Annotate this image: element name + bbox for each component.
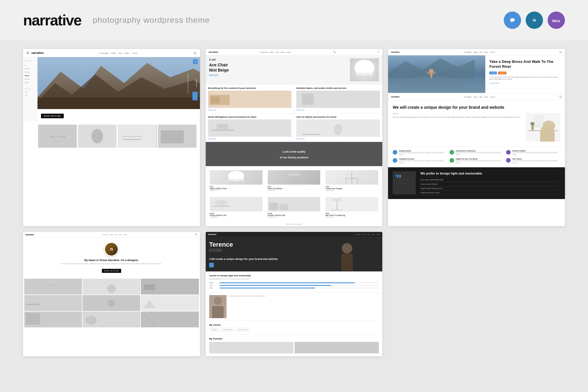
card-woocommerce-shop: narrative Homepages Gallery Blog Pages C… bbox=[206, 49, 383, 226]
c5-homepages[interactable]: Homepages bbox=[355, 234, 361, 235]
card3-feature-audition: Perfect Audition Lorem ipsum dolor sit a… bbox=[506, 150, 560, 156]
nav-pages[interactable]: Pages bbox=[124, 52, 129, 54]
c3l-search-icon[interactable]: 🔍 bbox=[559, 95, 562, 98]
svg-line-45 bbox=[290, 177, 291, 183]
c2-nav-blog[interactable]: Blog bbox=[276, 51, 279, 53]
c3l-nav-contact[interactable]: Contact bbox=[490, 96, 495, 98]
c4-contact[interactable]: Contact bbox=[123, 234, 127, 235]
card1-nav-links: Homepages Gallery Blog Pages Contact bbox=[99, 52, 138, 54]
c5-gallery[interactable]: Gallery bbox=[363, 234, 366, 235]
c3l-nav-blog[interactable]: Blog bbox=[480, 96, 482, 98]
sidebar-fashion[interactable]: Fashion bbox=[25, 71, 35, 73]
c5-blog[interactable]: Blog bbox=[368, 234, 370, 235]
card-photography-portfolio: ☰ narrative Homepages Gallery Blog Pages… bbox=[23, 49, 200, 226]
card3-see-full-project[interactable]: See full project → bbox=[489, 82, 561, 84]
c2-close-icon[interactable]: ✕ bbox=[377, 51, 379, 53]
c4-search-icon[interactable]: 🔍 bbox=[195, 233, 198, 236]
nav-blog[interactable]: Blog bbox=[119, 52, 122, 54]
card4-gallery-2 bbox=[83, 279, 140, 295]
card2-add-to-cart[interactable]: Add To Cart bbox=[209, 74, 347, 76]
c3l-nav-gallery[interactable]: Gallery bbox=[473, 96, 478, 98]
svg-point-65 bbox=[429, 69, 434, 74]
skill-code-track bbox=[220, 285, 379, 286]
svg-rect-108 bbox=[295, 342, 379, 353]
c2-nav-homepages[interactable]: Homepages bbox=[260, 51, 268, 53]
card2-product-hanger: $ 39 Cloakroom Hanger 1 Add to cart bbox=[324, 168, 380, 193]
c3-nav-contact[interactable]: Contact bbox=[490, 51, 495, 53]
card5-nav-links: Homepages Gallery Blog Pages Contact bbox=[355, 234, 380, 235]
list-item-create-website[interactable]: How to create Website bbox=[420, 182, 560, 186]
sidebar-nature[interactable]: Nature bbox=[25, 75, 35, 76]
svg-point-98 bbox=[85, 316, 97, 325]
c2-search-icon[interactable]: 🔍 bbox=[333, 51, 336, 53]
card2-products-row: $ 79 Stylish White Chair 1 Add to cart $… bbox=[206, 166, 383, 195]
skill-photo-fill bbox=[220, 288, 315, 288]
c4-pages[interactable]: Pages bbox=[118, 234, 121, 235]
svg-rect-37 bbox=[209, 145, 379, 163]
card3-hero-text: Take a Deep Bress And Walk To The Forest… bbox=[485, 55, 565, 93]
bedroom-link[interactable]: Explore Now bbox=[208, 109, 292, 111]
skill-design-label: Design bbox=[209, 282, 218, 284]
sidebar-street[interactable]: Street bbox=[25, 82, 35, 83]
c3l-nav-homepages[interactable]: Homepages bbox=[464, 96, 471, 98]
portfolio-item-2 bbox=[295, 342, 379, 353]
c3-nav-pages[interactable]: Pages bbox=[484, 51, 488, 53]
svg-text:Woo: Woo bbox=[552, 19, 560, 23]
stylish-link[interactable]: Explore Now bbox=[296, 138, 380, 140]
card3-tag-outdoor: Outdoor bbox=[498, 72, 506, 74]
card3-feature-flights: Flights All Over The World Lorem ipsum d… bbox=[450, 158, 504, 164]
card3-dark-content: We prefer to design light and memorable … bbox=[420, 171, 560, 195]
card3-quote-image: " W E L C O M E TO THE C I T Y bbox=[393, 171, 416, 194]
card3-hire-us-link[interactable]: Hire Us bbox=[393, 113, 523, 115]
card2-bar-stool: $ 89 Bar Stool For Balcony 1 Add to cart bbox=[324, 195, 380, 220]
card1-add-button[interactable]: + bbox=[193, 59, 198, 64]
card3-description: Lorem ipsum dolor sit amet consectetur a… bbox=[489, 76, 561, 80]
c4-homepages[interactable]: Homepages bbox=[102, 234, 108, 235]
card5-section-title: I prefer to design light and memorable bbox=[209, 274, 379, 277]
bedside-link[interactable]: Explore Now bbox=[296, 109, 380, 111]
list-item-digital-studio[interactable]: Digital Studio Working Hand bbox=[420, 186, 560, 191]
svg-rect-43 bbox=[228, 179, 244, 181]
c3l-nav-pages[interactable]: Pages bbox=[484, 96, 488, 98]
c2-nav-gallery[interactable]: Gallery bbox=[269, 51, 274, 53]
c4-gallery[interactable]: Gallery bbox=[109, 234, 113, 235]
c3-nav-blog[interactable]: Blog bbox=[480, 51, 482, 53]
sidebar-portrait[interactable]: Portrait bbox=[25, 68, 35, 70]
chair-meta: 1 Add to cart bbox=[210, 190, 263, 191]
svg-rect-56 bbox=[269, 203, 278, 210]
vision-icon bbox=[506, 158, 511, 163]
stool-name: Stool for Kitchen bbox=[268, 187, 321, 190]
c5-contact[interactable]: Contact bbox=[376, 234, 380, 235]
card2-hero: $ 129 Ace ChairNist Beige Add To Cart bbox=[206, 55, 383, 85]
flights-icon bbox=[450, 158, 454, 163]
card4-logo: narrative bbox=[25, 234, 34, 236]
c3-search-icon[interactable]: 🔍 bbox=[559, 51, 562, 53]
c2-nav-pages[interactable]: Pages bbox=[280, 51, 284, 53]
card2-factory-section: Look at the quality of our factory produ… bbox=[206, 142, 383, 166]
card5-design-button[interactable] bbox=[209, 263, 214, 267]
card4-cta-button[interactable]: WORK WITH ME bbox=[102, 269, 121, 273]
nav-gallery[interactable]: Gallery bbox=[111, 52, 116, 54]
card2-nav-links: Homepages Gallery Blog Pages Contact bbox=[260, 51, 291, 53]
nav-contact[interactable]: Contact bbox=[132, 52, 138, 54]
list-item-design-trends[interactable]: Following Design Trends bbox=[420, 191, 560, 195]
c5-pages[interactable]: Pages bbox=[371, 234, 374, 235]
search-icon[interactable]: 🔍 bbox=[193, 52, 196, 55]
workplace-link[interactable]: Explore Now bbox=[208, 138, 292, 140]
card1-next-button[interactable]: › bbox=[192, 92, 198, 100]
work-with-me-button[interactable]: WORK WITH ME bbox=[41, 114, 64, 118]
dining-name: Dining Kitchen Set bbox=[210, 214, 263, 216]
c3-nav-gallery[interactable]: Gallery bbox=[473, 51, 478, 53]
nav-homepages[interactable]: Homepages bbox=[99, 52, 108, 54]
svg-text:C I T Y: C I T Y bbox=[402, 186, 407, 187]
card4-description: We are an experience design agency with … bbox=[27, 263, 196, 265]
c2-nav-contact[interactable]: Contact bbox=[286, 51, 291, 53]
list-item-memorable[interactable]: How make people Memorable bbox=[420, 178, 560, 182]
c4-blog[interactable]: Blog bbox=[115, 234, 117, 235]
c3-nav-homepages[interactable]: Homepages bbox=[464, 51, 471, 53]
sidebar-archive1: 2024 bbox=[25, 91, 35, 93]
card2-price: $ 129 bbox=[209, 58, 347, 61]
sidebar-all[interactable]: All bbox=[25, 64, 35, 66]
sidebar-lifestyle[interactable]: Lifestyle bbox=[25, 78, 35, 80]
card4-gallery: W E L C O M ETO THE CITY bbox=[23, 277, 200, 329]
